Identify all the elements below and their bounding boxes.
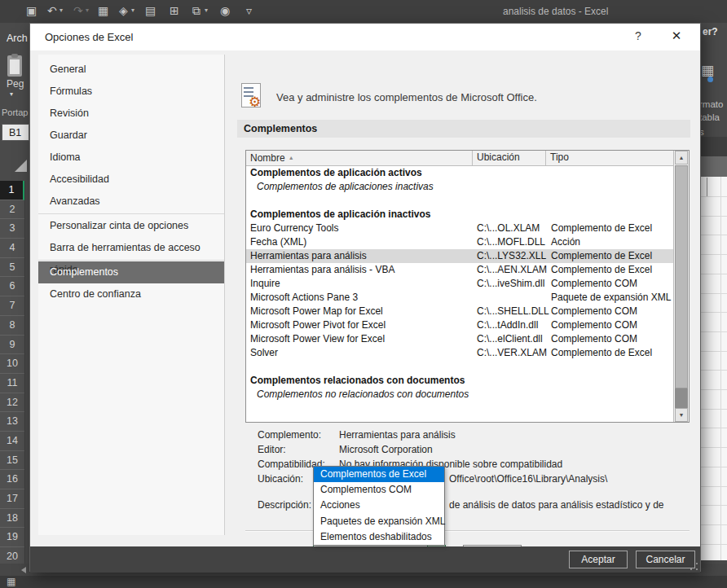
detail-label-description: Descripción: <box>258 499 311 511</box>
shapes-icon[interactable]: ◈ <box>119 3 128 18</box>
scroll-up-icon[interactable]: ▲ <box>675 151 688 165</box>
table-row[interactable]: Microsoft Power View for ExcelC:\...elCl… <box>246 332 673 346</box>
sidebar-item-avanzadas[interactable]: Avanzadas <box>38 191 224 213</box>
name-box[interactable]: B1 <box>2 124 29 141</box>
scrollbar-thumb[interactable] <box>675 165 688 388</box>
file-tab-fragment[interactable]: Arch <box>7 33 28 44</box>
sheet-nav-left-icon[interactable] <box>21 567 26 573</box>
sidebar-item-general[interactable]: General <box>38 59 224 81</box>
accept-button[interactable]: Aceptar <box>569 551 628 568</box>
paste-icon[interactable] <box>7 55 22 77</box>
addins-page-icon: ⚙ <box>241 83 262 109</box>
camera-icon[interactable]: ◉ <box>220 3 230 18</box>
sidebar-item-idioma[interactable]: Idioma <box>38 147 224 169</box>
detail-value-publisher: Microsoft Corporation <box>339 444 433 455</box>
gear-icon: ⚙ <box>249 94 261 111</box>
row-header-12[interactable]: 12 <box>0 393 24 413</box>
undo-dropdown-icon[interactable]: ▾ <box>59 7 63 14</box>
sidebar-item-centro[interactable]: Centro de confianza <box>38 283 224 305</box>
row-header-14[interactable]: 14 <box>0 432 24 451</box>
row-header-16[interactable]: 16 <box>0 470 24 489</box>
dropdown-item[interactable]: Acciones <box>314 498 444 513</box>
select-all-corner[interactable] <box>15 160 27 172</box>
detail-label-publisher: Editor: <box>258 444 286 455</box>
format-table-label-2: tabla <box>699 112 720 122</box>
sidebar-item-complementos[interactable]: Complementos <box>38 261 224 283</box>
shapes-dropdown-icon[interactable]: ▾ <box>131 7 134 14</box>
row-header-4[interactable]: 4 <box>0 239 24 258</box>
sidebar-item-guardar[interactable]: Guardar <box>38 125 224 147</box>
row-header-3[interactable]: 3 <box>0 219 24 239</box>
column-header-nombre[interactable]: Nombre▲ <box>246 151 473 165</box>
sidebar-item-barra[interactable]: Barra de herramientas de acceso rápido <box>38 237 224 259</box>
row-header-5[interactable]: 5 <box>0 258 24 278</box>
more-commands-icon[interactable]: ▿ <box>246 3 252 18</box>
dropdown-item[interactable]: Paquetes de expansión XML <box>314 514 444 529</box>
sidebar-item-fórmulas[interactable]: Fórmulas <box>38 81 224 103</box>
row-header-17[interactable]: 17 <box>0 489 24 509</box>
row-header-2[interactable]: 2 <box>0 200 24 220</box>
table-row[interactable]: Herramientas para análisisC:\...LYS32.XL… <box>246 249 673 263</box>
row-header-6[interactable]: 6 <box>0 277 24 296</box>
dropdown-item[interactable]: Elementos deshabilitados <box>314 529 444 545</box>
table-row[interactable]: Herramientas para análisis - VBAC:\...AE… <box>246 263 673 277</box>
scrollbar-track-segment[interactable] <box>675 388 688 408</box>
close-icon[interactable]: ✕ <box>668 29 685 43</box>
layout-icon[interactable]: ⊞ <box>170 3 179 18</box>
dropdown-item[interactable]: Complementos de Excel <box>314 467 444 482</box>
redo-icon[interactable]: ↷ <box>73 3 83 18</box>
table-row[interactable]: Fecha (XML)C:\...MOFL.DLLAcción <box>246 235 673 249</box>
calculator-icon[interactable]: ▦ <box>98 3 108 18</box>
row-header-8[interactable]: 8 <box>0 316 24 336</box>
column-header-ubicacion[interactable]: Ubicación <box>473 151 546 165</box>
table-row[interactable]: InquireC:\...iveShim.dllComplemento COM <box>246 277 673 291</box>
table-row[interactable]: Microsoft Power Pivot for ExcelC:\...tAd… <box>246 318 673 332</box>
help-icon[interactable]: ? <box>630 29 646 42</box>
table-row[interactable]: Microsoft Power Map for ExcelC:\...SHELL… <box>246 305 673 318</box>
cancel-button[interactable]: Cancelar <box>636 551 695 568</box>
paste-label-fragment[interactable]: Peg <box>7 78 24 90</box>
scroll-down-icon[interactable]: ▼ <box>675 408 688 422</box>
table-row[interactable]: SolverC:\...VER.XLAMComplemento de Excel <box>246 346 673 360</box>
sidebar-separator <box>38 213 224 214</box>
paste-dropdown-icon[interactable]: ▾ <box>10 90 13 98</box>
section-title: Complementos <box>244 123 317 134</box>
table-row: Complementos de aplicaciones inactivas <box>246 180 673 194</box>
dropdown-item[interactable]: Complementos COM <box>314 482 444 498</box>
sidebar-item-personalizar[interactable]: Personalizar cinta de opciones <box>38 215 224 237</box>
row-header-19[interactable]: 19 <box>0 528 24 547</box>
sidebar-item-revisión[interactable]: Revisión <box>38 103 224 125</box>
tellme-fragment[interactable]: er? <box>703 26 718 37</box>
undo-icon[interactable]: ↶ <box>47 3 57 18</box>
redo-dropdown-icon[interactable]: ▾ <box>86 7 89 14</box>
form-icon[interactable]: ▤ <box>145 3 156 18</box>
share-icon[interactable]: ⧉ <box>192 3 200 18</box>
row-header-18[interactable]: 18 <box>0 509 24 529</box>
sidebar-item-accesibilidad[interactable]: Accesibilidad <box>38 169 224 191</box>
table-row[interactable]: Microsoft Actions Pane 3Paquete de expan… <box>246 291 673 305</box>
table-scrollbar[interactable]: ▲ ▼ <box>673 151 689 422</box>
worksheet-grid[interactable] <box>701 177 727 560</box>
row-header-7[interactable]: 7 <box>0 296 24 316</box>
status-bar <box>0 576 727 588</box>
save-icon[interactable]: ▣ <box>26 3 37 18</box>
column-header-tipo[interactable]: Tipo <box>546 151 673 165</box>
row-header-11[interactable]: 11 <box>0 374 24 393</box>
row-header-1[interactable]: 1 <box>0 181 24 200</box>
table-row[interactable]: Euro Currency ToolsC:\...OL.XLAMCompleme… <box>246 222 673 235</box>
detail-value-addin: Herramientas para análisis <box>339 429 456 441</box>
dialog-titlebar[interactable]: Opciones de Excel ? ✕ <box>30 24 700 50</box>
row-header-13[interactable]: 13 <box>0 412 24 432</box>
dialog-footer: Aceptar Cancelar <box>30 546 700 573</box>
row-header-15[interactable]: 15 <box>0 451 24 471</box>
selection-border-fragment <box>707 178 707 197</box>
table-row: Complementos de aplicación inactivos <box>246 208 673 222</box>
excel-options-dialog: Opciones de Excel ? ✕ GeneralFórmulasRev… <box>29 23 701 572</box>
row-header-9[interactable]: 9 <box>0 336 24 355</box>
format-as-table-brush-icon <box>707 77 713 82</box>
row-headers[interactable]: 1234567891011121314151617181920 <box>0 181 25 567</box>
share-dropdown-icon[interactable]: ▾ <box>205 7 208 14</box>
addins-table: Nombre▲ Ubicación Tipo Complementos de a… <box>245 150 690 423</box>
resize-grip[interactable] <box>690 563 698 570</box>
row-header-10[interactable]: 10 <box>0 354 24 374</box>
